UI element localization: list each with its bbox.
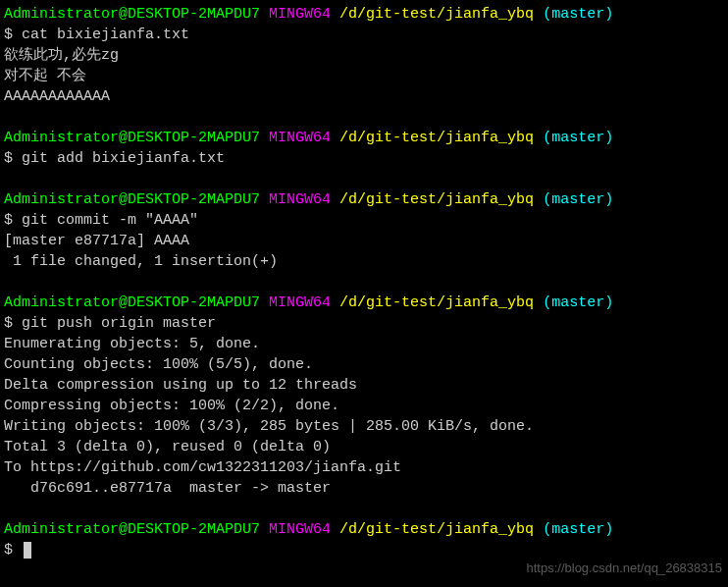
output-line: 对不起 不会 [0, 66, 728, 86]
command-text: git push origin master [22, 315, 216, 332]
dollar-sign: $ [4, 150, 13, 167]
output-line: Writing objects: 100% (3/3), 285 bytes |… [0, 416, 728, 437]
output-line: Counting objects: 100% (5/5), done. [0, 354, 728, 375]
command-text: cat bixiejianfa.txt [22, 27, 189, 43]
output-line: Enumerating objects: 5, done. [0, 334, 728, 354]
dollar-sign: $ [4, 542, 13, 559]
command-text: git commit -m "AAAA" [22, 212, 198, 229]
mingw-label: MINGW64 [269, 521, 331, 538]
command-line: $ git commit -m "AAAA" [0, 210, 728, 231]
watermark-text: https://blog.csdn.net/qq_26838315 [527, 560, 723, 577]
cwd-path: /d/git-test/jianfa_ybq [339, 521, 534, 538]
user-host: Administrator@DESKTOP-2MAPDU7 [4, 294, 260, 311]
command-line: $ cat bixiejianfa.txt [0, 25, 728, 45]
cursor-icon [24, 542, 31, 559]
user-host: Administrator@DESKTOP-2MAPDU7 [4, 6, 260, 23]
output-line: AAAAAAAAAAAA [0, 86, 728, 107]
output-line: Delta compression using up to 12 threads [0, 375, 728, 396]
mingw-label: MINGW64 [269, 6, 331, 23]
blank-line [0, 272, 728, 293]
command-line: $ git push origin master [0, 313, 728, 334]
output-line: To https://github.com/cw1322311203/jianf… [0, 457, 728, 478]
terminal[interactable]: Administrator@DESKTOP-2MAPDU7 MINGW64 /d… [0, 4, 728, 560]
command-input-line[interactable]: $ [0, 540, 728, 560]
output-line: 1 file changed, 1 insertion(+) [0, 251, 728, 272]
git-branch: (master) [543, 521, 613, 538]
output-line: Compressing objects: 100% (2/2), done. [0, 396, 728, 416]
mingw-label: MINGW64 [269, 130, 331, 146]
user-host: Administrator@DESKTOP-2MAPDU7 [4, 191, 260, 208]
prompt-line: Administrator@DESKTOP-2MAPDU7 MINGW64 /d… [0, 189, 728, 210]
command-line: $ git add bixiejianfa.txt [0, 148, 728, 169]
cwd-path: /d/git-test/jianfa_ybq [339, 6, 534, 23]
output-line: 欲练此功,必先zg [0, 45, 728, 66]
git-branch: (master) [543, 191, 613, 208]
blank-line [0, 499, 728, 519]
prompt-line: Administrator@DESKTOP-2MAPDU7 MINGW64 /d… [0, 519, 728, 540]
user-host: Administrator@DESKTOP-2MAPDU7 [4, 521, 260, 538]
dollar-sign: $ [4, 315, 13, 332]
output-line: Total 3 (delta 0), reused 0 (delta 0) [0, 437, 728, 457]
mingw-label: MINGW64 [269, 294, 331, 311]
blank-line [0, 107, 728, 128]
output-line: [master e87717a] AAAA [0, 231, 728, 251]
cwd-path: /d/git-test/jianfa_ybq [339, 191, 534, 208]
cwd-path: /d/git-test/jianfa_ybq [339, 294, 534, 311]
git-branch: (master) [543, 130, 613, 146]
command-text: git add bixiejianfa.txt [22, 150, 225, 167]
cwd-path: /d/git-test/jianfa_ybq [339, 130, 534, 146]
user-host: Administrator@DESKTOP-2MAPDU7 [4, 130, 260, 146]
dollar-sign: $ [4, 212, 13, 229]
prompt-line: Administrator@DESKTOP-2MAPDU7 MINGW64 /d… [0, 128, 728, 148]
git-branch: (master) [543, 294, 613, 311]
mingw-label: MINGW64 [269, 191, 331, 208]
git-branch: (master) [543, 6, 613, 23]
output-line: d76c691..e87717a master -> master [0, 478, 728, 499]
blank-line [0, 169, 728, 189]
prompt-line: Administrator@DESKTOP-2MAPDU7 MINGW64 /d… [0, 4, 728, 25]
dollar-sign: $ [4, 27, 13, 43]
prompt-line: Administrator@DESKTOP-2MAPDU7 MINGW64 /d… [0, 293, 728, 313]
